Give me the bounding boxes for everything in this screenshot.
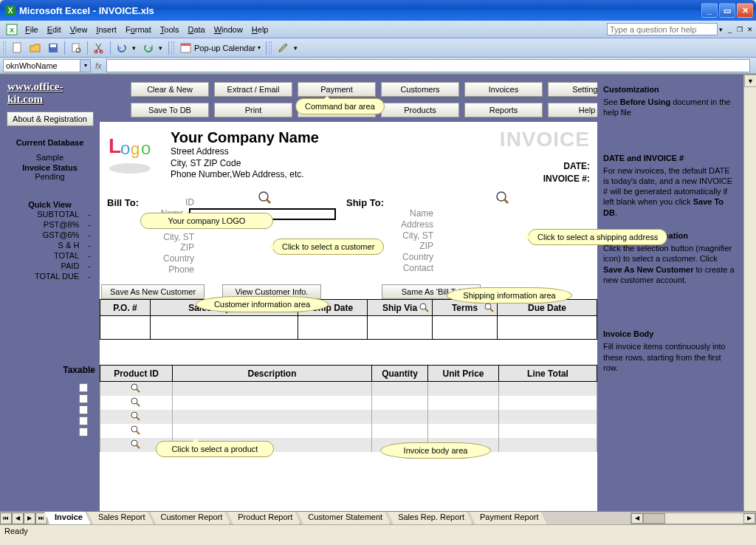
taxable-checkbox[interactable] (79, 394, 88, 403)
toolbar-grip-icon[interactable] (269, 41, 272, 55)
col-product-id: Product ID (100, 366, 173, 382)
product-id-cell[interactable] (100, 382, 173, 396)
popup-calendar-button[interactable]: Pop-up Calendar ▾ (177, 41, 264, 55)
separator-icon (110, 41, 111, 55)
vertical-scrollbar[interactable]: ▲ ▼ (743, 75, 756, 524)
invoices-button[interactable]: Invoices (464, 82, 543, 97)
menu-tools[interactable]: Tools (156, 24, 184, 35)
formula-input[interactable] (106, 59, 750, 72)
ship-date-cell[interactable] (298, 316, 368, 340)
select-ship-via-button[interactable] (419, 302, 430, 312)
po-cell[interactable] (100, 316, 151, 340)
tab-nav-next-button[interactable]: ▶ (24, 513, 35, 524)
help-dropdown-button[interactable]: ▾ (719, 26, 726, 33)
toolbar-grip-icon[interactable] (171, 41, 174, 55)
clear-new-button[interactable]: Clear & New (131, 82, 209, 97)
toolbar-grip-icon[interactable] (3, 41, 6, 55)
callout-shipping-area: Shipping information area (447, 287, 572, 304)
product-id-cell[interactable] (100, 424, 173, 438)
select-shipping-button[interactable] (494, 190, 512, 206)
print-preview-icon[interactable] (68, 41, 84, 55)
new-icon[interactable] (10, 41, 26, 55)
svg-point-25 (131, 412, 137, 418)
menu-window[interactable]: Window (210, 24, 247, 35)
select-product-button[interactable] (130, 439, 142, 449)
customers-button[interactable]: Customers (381, 82, 459, 97)
date-invoice-heading: DATE and INVOICE # (603, 154, 738, 162)
print-button[interactable]: Print (214, 103, 292, 117)
taxable-checkbox[interactable] (79, 428, 88, 436)
undo-dropdown-button[interactable]: ▾ (132, 44, 140, 52)
workbook-restore-button[interactable]: ❐ (737, 26, 744, 33)
save-new-customer-button[interactable]: Save As New Customer (101, 284, 205, 299)
workbook-minimize-button[interactable]: _ (728, 26, 735, 33)
product-id-cell[interactable] (100, 410, 173, 424)
reports-button[interactable]: Reports (464, 103, 543, 117)
sheet-tab-sales-report[interactable]: Sales Report (88, 512, 154, 524)
about-registration-button[interactable]: About & Registration (7, 112, 94, 126)
extract-email-button[interactable]: Extract / Email (214, 82, 292, 97)
sheet-tab-product-report[interactable]: Product Report (227, 512, 300, 524)
invoice-body-text: Fill invoice items continuously into the… (603, 341, 738, 373)
select-customer-button[interactable] (256, 190, 274, 206)
redo-dropdown-button[interactable]: ▾ (159, 44, 166, 52)
scroll-down-button[interactable]: ▼ (744, 75, 756, 87)
menu-view[interactable]: View (66, 24, 92, 35)
select-product-button[interactable] (130, 383, 142, 393)
sheet-tab-invoice[interactable]: Invoice (44, 512, 91, 524)
open-icon[interactable] (27, 41, 44, 55)
design-dropdown-button[interactable]: ▾ (294, 44, 301, 52)
sheet-tab-payment-report[interactable]: Payment Report (470, 512, 546, 524)
ship-to-heading: Ship To: (346, 197, 392, 208)
sales-rep-cell[interactable] (151, 316, 298, 340)
separator-icon (87, 41, 88, 55)
fx-icon[interactable]: fx (95, 61, 102, 70)
redo-icon[interactable] (140, 41, 157, 55)
product-id-cell[interactable] (100, 396, 173, 410)
select-product-button[interactable] (130, 425, 142, 435)
design-mode-icon[interactable] (275, 41, 292, 55)
window-close-button[interactable]: ✕ (737, 3, 753, 18)
due-date-cell[interactable] (498, 316, 597, 340)
taxable-checkbox[interactable] (79, 383, 88, 392)
select-product-button[interactable] (130, 397, 142, 407)
horizontal-scrollbar[interactable]: ◀ ▶ (630, 513, 756, 524)
select-terms-button[interactable] (484, 302, 495, 312)
products-button[interactable]: Products (381, 103, 459, 117)
workbook-close-button[interactable]: ✕ (747, 26, 755, 33)
ship-via-cell[interactable] (368, 316, 433, 340)
menu-format[interactable]: Format (121, 24, 156, 35)
window-minimize-button[interactable]: _ (701, 3, 718, 18)
help-search-input[interactable] (607, 23, 718, 35)
select-product-button[interactable] (130, 411, 142, 421)
save-icon[interactable] (45, 41, 61, 55)
cut-icon[interactable] (91, 41, 107, 55)
payment-button[interactable]: Payment (298, 82, 376, 97)
menu-edit[interactable]: Edit (43, 24, 66, 35)
sheet-tab-customer-statement[interactable]: Customer Statement (298, 512, 391, 524)
hscroll-left-button[interactable]: ◀ (631, 513, 643, 524)
tab-nav-prev-button[interactable]: ◀ (12, 513, 24, 524)
name-box-input[interactable] (3, 59, 80, 72)
taxable-checkbox[interactable] (79, 417, 88, 425)
hscroll-right-button[interactable]: ▶ (743, 513, 755, 524)
undo-icon[interactable] (114, 41, 130, 55)
sheet-tab-sales-rep-report[interactable]: Sales Rep. Report (388, 512, 472, 524)
svg-point-17 (109, 163, 151, 174)
menu-file[interactable]: File (21, 24, 43, 35)
hscroll-thumb[interactable] (643, 513, 665, 524)
invoice-number-label: INVOICE #: (543, 173, 590, 185)
callout-command-bar: Command bar area (295, 98, 385, 114)
window-maximize-button[interactable]: ▭ (719, 3, 735, 18)
name-box-dropdown-button[interactable]: ▾ (80, 59, 91, 72)
tab-nav-first-button[interactable]: ⏮ (0, 513, 12, 524)
save-to-db-button[interactable]: Save To DB (131, 103, 209, 117)
menu-help[interactable]: Help (247, 24, 273, 35)
bill-to-block: Bill To: ID Name Address City, ST ZIP Co… (107, 197, 336, 275)
sheet-tab-customer-report[interactable]: Customer Report (151, 512, 231, 524)
menu-insert[interactable]: Insert (92, 24, 121, 35)
menu-data[interactable]: Data (183, 24, 209, 35)
company-header: L o g o Your Company Name Street Address… (100, 122, 597, 196)
taxable-checkbox[interactable] (79, 405, 88, 414)
terms-cell[interactable] (433, 316, 498, 340)
